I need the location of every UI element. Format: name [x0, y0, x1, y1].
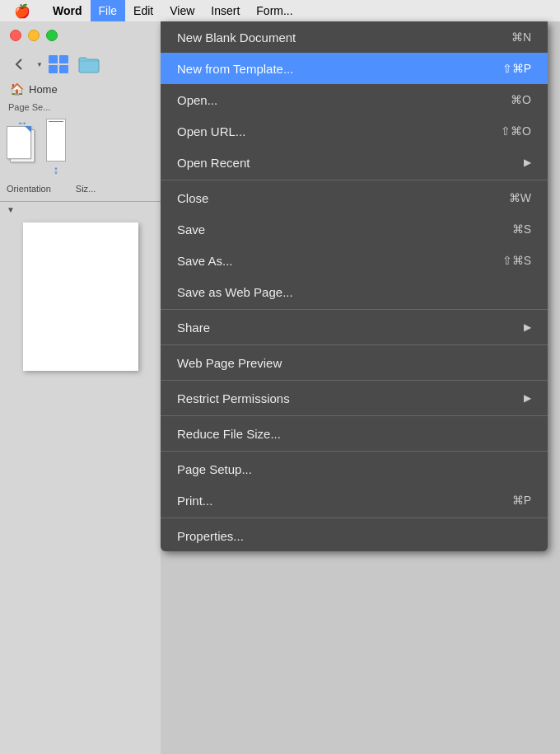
back-arrow-icon: ▼ [36, 61, 43, 68]
layout-icon[interactable] [46, 51, 72, 77]
shortcut-save: ⌘S [512, 222, 531, 236]
menu-item-print[interactable]: Print...⌘P [161, 485, 548, 516]
menu-divider-share [161, 309, 548, 310]
menu-item-web-preview[interactable]: Web Page Preview [161, 347, 548, 378]
svg-rect-2 [49, 65, 58, 73]
insert-menu[interactable]: Insert [203, 0, 248, 21]
word-menu[interactable]: Word [44, 0, 91, 21]
menu-item-open-url[interactable]: Open URL...⇧⌘O [161, 115, 548, 147]
menu-item-open[interactable]: Open...⌘O [161, 84, 548, 115]
svg-rect-0 [49, 55, 58, 63]
menu-item-open-recent[interactable]: Open Recent▶ [161, 147, 548, 178]
home-nav[interactable]: 🏠 Home [0, 79, 161, 99]
submenu-arrow-icon-share: ▶ [524, 321, 531, 333]
home-icon: 🏠 [10, 82, 24, 96]
menu-item-page-setup[interactable]: Page Setup... [161, 453, 548, 485]
menu-item-label-restrict: Restrict Permissions [177, 391, 290, 405]
menu-item-label-print: Print... [177, 494, 212, 508]
page-setup-label: Page Se... [8, 102, 50, 112]
menu-item-label-save-as: Save As... [177, 254, 233, 268]
format-menu[interactable]: Form... [248, 0, 301, 21]
orientation-icon-group: ↔ ↕ [7, 115, 66, 176]
shortcut-new-template: ⇧⌘P [502, 62, 531, 75]
menu-item-label-open-url: Open URL... [177, 124, 245, 138]
file-menu[interactable]: File [91, 0, 126, 21]
menu-item-label-save: Save [177, 222, 205, 237]
menu-item-save-as[interactable]: Save As...⇧⌘S [161, 245, 548, 276]
menu-item-new-blank[interactable]: New Blank Document⌘N [161, 21, 548, 53]
menu-divider-web-preview [161, 344, 548, 345]
close-window-button[interactable] [10, 30, 21, 41]
view-menu[interactable]: View [161, 0, 203, 21]
menu-divider-page-setup [161, 451, 548, 452]
menu-item-label-new-blank: New Blank Document [177, 30, 296, 44]
svg-rect-1 [59, 55, 68, 63]
file-dropdown-menu: New Blank Document⌘NNew from Template...… [161, 21, 548, 551]
menu-item-share[interactable]: Share▶ [161, 311, 548, 343]
orientation-label: Orientation [7, 184, 51, 194]
menu-divider-properties [161, 517, 548, 518]
toolbar-label-row: Orientation Siz... [0, 180, 161, 198]
menubar: 🍎 Word File Edit View Insert Form... [0, 0, 560, 21]
shortcut-open: ⌘O [511, 93, 531, 106]
minimize-window-button[interactable] [28, 30, 40, 41]
shortcut-save-as: ⇧⌘S [502, 254, 531, 267]
menu-item-reduce[interactable]: Reduce File Size... [161, 418, 548, 449]
menu-item-label-share: Share [177, 321, 210, 335]
svg-rect-3 [59, 65, 68, 73]
back-button[interactable] [7, 51, 33, 77]
folder-icon[interactable] [76, 51, 102, 77]
menu-divider-close [161, 180, 548, 180]
shortcut-close: ⌘W [509, 191, 531, 204]
menu-item-label-reduce: Reduce File Size... [177, 427, 281, 441]
menu-divider-restrict [161, 380, 548, 381]
submenu-arrow-icon-open-recent: ▶ [524, 157, 531, 168]
maximize-window-button[interactable] [46, 30, 58, 41]
size-label: Siz... [76, 184, 96, 194]
menu-item-save-web[interactable]: Save as Web Page... [161, 276, 548, 307]
menu-item-save[interactable]: Save⌘S [161, 213, 548, 245]
home-label: Home [29, 83, 58, 96]
document-page-thumbnail [23, 222, 138, 371]
traffic-lights [0, 21, 161, 49]
shortcut-print: ⌘P [512, 494, 531, 507]
menu-item-label-properties: Properties... [177, 529, 244, 543]
menu-item-label-open: Open... [177, 93, 217, 107]
toolbar-icons-row: ▼ [0, 49, 161, 79]
apple-icon: 🍎 [14, 3, 30, 19]
menu-item-label-new-template: New from Template... [177, 62, 293, 76]
dropdown-arrow-icon: ▼ [7, 205, 15, 214]
edit-menu[interactable]: Edit [125, 0, 161, 21]
shortcut-new-blank: ⌘N [511, 30, 531, 44]
apple-menu[interactable]: 🍎 [0, 0, 44, 21]
menu-item-label-open-recent: Open Recent [177, 156, 250, 170]
toolbar-area: ▼ 🏠 Home Page Se... [0, 21, 161, 754]
menu-item-label-save-web: Save as Web Page... [177, 285, 293, 299]
orientation-section: ↔ ↕ [0, 112, 161, 180]
menu-item-label-web-preview: Web Page Preview [177, 356, 282, 370]
page-setup-section: Page Se... [0, 99, 161, 112]
submenu-arrow-icon-restrict: ▶ [524, 392, 531, 404]
menu-item-label-close: Close [177, 191, 208, 205]
menu-divider-reduce [161, 415, 548, 416]
menu-item-close[interactable]: Close⌘W [161, 182, 548, 213]
shortcut-open-url: ⇧⌘O [501, 124, 531, 138]
menu-item-label-page-setup: Page Setup... [177, 462, 252, 476]
menu-item-new-template[interactable]: New from Template...⇧⌘P [161, 53, 548, 84]
menu-item-properties[interactable]: Properties... [161, 520, 548, 551]
menu-item-restrict[interactable]: Restrict Permissions▶ [161, 382, 548, 414]
